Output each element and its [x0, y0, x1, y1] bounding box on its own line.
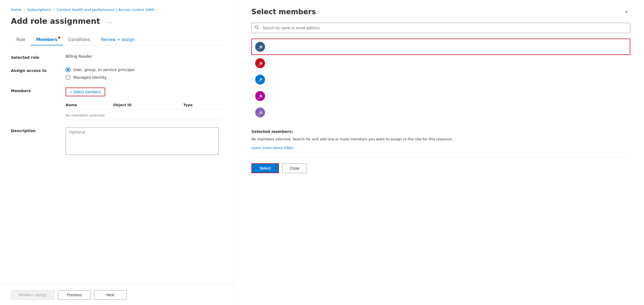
- members-label: Members: [11, 88, 66, 93]
- svg-line-1: [258, 28, 259, 29]
- no-members-text: No members selected: [66, 109, 224, 120]
- tab-conditions[interactable]: Conditions: [63, 34, 95, 45]
- radio-managed-circle: [66, 75, 70, 80]
- radio-user-circle: [66, 67, 70, 72]
- ellipsis-button[interactable]: ...: [104, 17, 115, 25]
- assign-access-options: User, group, or service principal Manage…: [66, 67, 224, 80]
- select-members-button[interactable]: + Select members: [66, 88, 105, 96]
- col-name: Name: [66, 101, 113, 109]
- user-item[interactable]: _D: [251, 39, 630, 55]
- tab-role[interactable]: Role: [11, 34, 31, 45]
- panel-header: Select members ×: [251, 8, 630, 16]
- tab-review[interactable]: Review + assign: [96, 34, 140, 45]
- breadcrumb-sep-2: ›: [53, 8, 55, 12]
- bottom-bar: Review + assign Previous Next: [0, 284, 235, 305]
- breadcrumb: Home › Subscriptions › Content health an…: [11, 8, 224, 12]
- description-value: [66, 127, 224, 156]
- members-dot: [58, 37, 60, 39]
- no-members-description: No members selected. Search for and add …: [251, 136, 630, 142]
- avatar: _D: [255, 42, 265, 52]
- page-title: Add role assignment: [11, 17, 100, 26]
- panel-title: Select members: [251, 8, 316, 16]
- search-input[interactable]: [251, 23, 630, 33]
- previous-button[interactable]: Previous: [58, 290, 91, 300]
- review-assign-button: Review + assign: [11, 290, 55, 300]
- breadcrumb-iam[interactable]: Content health and performance | Access …: [57, 8, 155, 12]
- avatar: _D: [255, 58, 265, 68]
- col-type: Type: [183, 101, 224, 109]
- members-table: Name Object ID Type No members selected: [66, 101, 224, 120]
- radio-user[interactable]: User, group, or service principal: [66, 67, 224, 72]
- close-panel-button[interactable]: ×: [623, 8, 630, 16]
- panel-actions: Select Close: [251, 158, 630, 173]
- description-textarea[interactable]: [66, 127, 219, 155]
- selected-role-value: Billing Reader: [66, 54, 224, 59]
- description-label: Description: [11, 127, 66, 133]
- members-row: Members + Select members Name Object ID …: [11, 88, 224, 120]
- right-panel: Select members × _D _D _P: [235, 0, 644, 305]
- user-list: _D _D _P _R _S: [251, 39, 630, 121]
- breadcrumb-sep-1: ›: [23, 8, 25, 12]
- page-title-row: Add role assignment ...: [11, 17, 224, 26]
- left-panel: Home › Subscriptions › Content health an…: [0, 0, 235, 305]
- user-item[interactable]: _D: [251, 55, 630, 71]
- radio-managed[interactable]: Managed identity: [66, 75, 224, 80]
- avatar: _S: [255, 108, 265, 117]
- user-item[interactable]: _P: [251, 71, 630, 88]
- selected-role-row: Selected role Billing Reader: [11, 54, 224, 60]
- breadcrumb-sep-3: ›: [157, 8, 158, 12]
- radio-group: User, group, or service principal Manage…: [66, 67, 224, 80]
- col-object-id: Object ID: [113, 101, 183, 109]
- next-button[interactable]: Next: [94, 290, 127, 300]
- breadcrumb-subscriptions[interactable]: Subscriptions: [27, 8, 51, 12]
- members-value: + Select members Name Object ID Type No …: [66, 88, 224, 120]
- selected-members-section: Selected members: No members selected. S…: [251, 125, 630, 150]
- user-item[interactable]: _S: [251, 104, 630, 121]
- radio-managed-label: Managed identity: [73, 75, 107, 80]
- table-header-row: Name Object ID Type: [66, 101, 224, 109]
- close-button[interactable]: Close: [282, 163, 307, 173]
- breadcrumb-home[interactable]: Home: [11, 8, 21, 12]
- search-icon: [255, 25, 259, 31]
- avatar: _P: [255, 75, 265, 85]
- selected-members-label: Selected members:: [251, 129, 630, 134]
- tabs-nav: Role Members Conditions Review + assign: [11, 34, 224, 45]
- assign-access-row: Assign access to User, group, or service…: [11, 67, 224, 80]
- radio-user-label: User, group, or service principal: [73, 68, 134, 72]
- selected-role-label: Selected role: [11, 54, 66, 60]
- description-row: Description: [11, 127, 224, 156]
- user-item[interactable]: _R: [251, 88, 630, 104]
- rbac-link[interactable]: Learn more about RBAC: [251, 146, 294, 150]
- avatar: _R: [255, 91, 265, 101]
- search-container: [251, 23, 630, 33]
- tab-members[interactable]: Members: [31, 34, 63, 45]
- no-members-row: No members selected: [66, 109, 224, 120]
- select-button[interactable]: Select: [251, 163, 279, 173]
- assign-access-label: Assign access to: [11, 67, 66, 73]
